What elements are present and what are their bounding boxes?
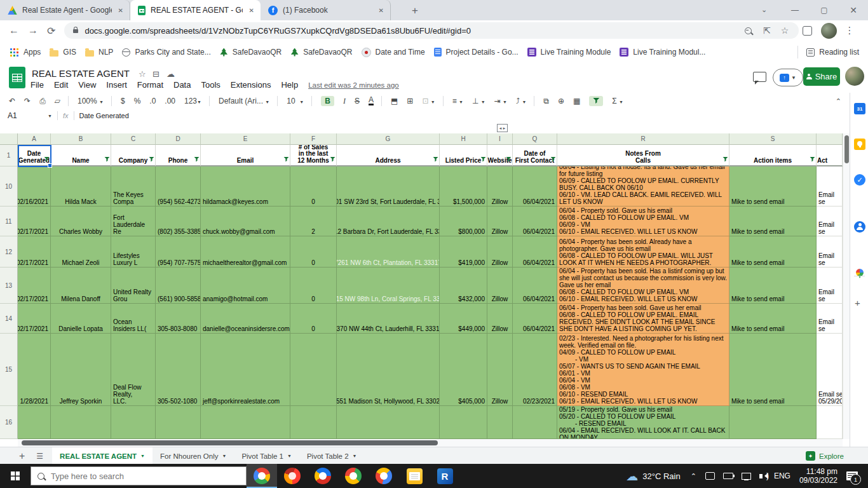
cell-notes[interactable]: 06/04 - Listing is not a house. Its a la… <box>557 166 729 207</box>
tab-close-icon[interactable]: ✕ <box>117 6 125 15</box>
menu-edit[interactable]: Edit <box>54 80 68 90</box>
cell-first_contact[interactable]: 02/23/2021 <box>513 334 557 406</box>
browser-tab[interactable]: REAL ESTATE AGENT - Google Sh✕ <box>130 0 261 20</box>
percent-format-icon[interactable]: % <box>134 97 141 105</box>
insert-comment-icon[interactable]: ⊕ <box>558 97 564 105</box>
cell-email[interactable]: chuck.wobby@gmail.com <box>201 207 290 236</box>
formula-input[interactable]: Date Generated <box>79 112 129 119</box>
close-icon[interactable]: ✕ <box>839 5 868 15</box>
last-edit-link[interactable]: Last edit was 2 minutes ago <box>308 81 399 89</box>
menu-format[interactable]: Format <box>137 80 163 90</box>
cell-website[interactable]: Zillow <box>487 268 513 304</box>
cell-website[interactable] <box>487 406 513 439</box>
field-header[interactable]: Notes From Calls <box>557 145 729 166</box>
account-avatar[interactable] <box>845 67 864 86</box>
start-button[interactable] <box>0 464 31 488</box>
tab-search-icon[interactable]: ⌄ <box>761 6 767 14</box>
volume-icon[interactable] <box>759 474 763 478</box>
contacts-icon[interactable] <box>854 221 865 233</box>
url-bar[interactable]: docs.google.com/spreadsheets/d/1VzNObzTu… <box>64 22 799 39</box>
language-indicator[interactable]: ENG <box>774 471 790 480</box>
hidden-icons-chevron[interactable]: ⌃ <box>691 472 696 480</box>
maximize-icon[interactable]: ▢ <box>810 6 839 15</box>
header-filter-icon[interactable] <box>550 157 556 164</box>
cell-company[interactable]: Fort Lauderdale Re <box>111 207 156 236</box>
menu-tools[interactable]: Tools <box>201 80 220 90</box>
cell-notes[interactable]: 06/04 - Property has been sold. Has a li… <box>557 268 729 304</box>
column-header-B[interactable]: B <box>51 133 111 145</box>
cell-extra[interactable]: Email se <box>817 166 843 207</box>
cell-company[interactable]: Lifestyles Luxury L <box>111 236 156 268</box>
cell-address[interactable]: 1701 SW 23rd St, Fort Lauderdale, FL 333 <box>337 166 440 207</box>
menu-view[interactable]: View <box>78 80 96 90</box>
header-filter-icon[interactable] <box>330 157 336 164</box>
field-header[interactable]: Company <box>111 145 156 166</box>
taskbar-search[interactable]: Type here to search <box>31 466 247 485</box>
cell-address[interactable]: 2315 NW 98th Ln, Coral Springs, FL 3306 <box>337 268 440 304</box>
bookmark-item[interactable]: Date and Time <box>362 48 425 57</box>
touch-keyboard-icon[interactable] <box>705 472 715 480</box>
cell-name[interactable]: Hilda Mack <box>51 166 111 207</box>
taskbar-app-chrome-5[interactable] <box>369 464 399 488</box>
cell-company[interactable]: Deal Flow Realty, LLC. <box>111 334 156 406</box>
grid-corner[interactable] <box>0 133 18 145</box>
tab-close-icon[interactable]: ✕ <box>377 6 385 15</box>
horizontal-scrollbar[interactable] <box>18 439 843 447</box>
field-header[interactable]: Listed Price <box>440 145 487 166</box>
taskbar-app-chrome-1[interactable] <box>247 464 277 488</box>
print-icon[interactable]: ⎙ <box>39 97 46 105</box>
cell-address[interactable]: 7261 NW 6th Ct, Plantation, FL 33317 <box>337 236 440 268</box>
column-header-clipped[interactable] <box>817 133 843 145</box>
cell-extra[interactable]: Email se 05/29/20 <box>817 334 843 406</box>
paint-format-icon[interactable]: ▱ <box>55 97 60 105</box>
move-folder-icon[interactable]: ⊟ <box>153 69 159 79</box>
taskbar-app-r[interactable]: R <box>430 464 460 488</box>
cell-first_contact[interactable]: 06/04/2021 <box>513 166 557 207</box>
bookmark-item[interactable]: Project Details - Go... <box>434 48 519 57</box>
network-icon[interactable] <box>742 473 751 480</box>
zoom-select[interactable]: 100% ▼ <box>78 97 104 105</box>
header-filter-icon[interactable] <box>506 157 512 164</box>
tasks-icon[interactable]: ✓ <box>854 174 865 186</box>
bookmark-item[interactable]: Live Training Module <box>527 48 611 57</box>
merge-cells-icon[interactable]: ⊡ ▼ <box>422 97 435 105</box>
row-number[interactable]: 14 <box>0 304 18 334</box>
cell-website[interactable]: Zillow <box>487 236 513 268</box>
sheet-tab[interactable]: REAL ESTATE AGENT▼ <box>52 447 153 464</box>
battery-icon[interactable] <box>723 473 733 479</box>
url-text[interactable]: docs.google.com/spreadsheets/d/1VzNObzTu… <box>85 26 745 36</box>
row-number[interactable]: 11 <box>0 207 18 236</box>
forward-icon[interactable]: → <box>28 25 38 36</box>
bookmark-item[interactable]: Apps <box>9 47 41 57</box>
row-number[interactable]: 15 <box>0 334 18 406</box>
functions-icon[interactable]: Σ ▼ <box>612 97 623 105</box>
add-sheet-icon[interactable]: + <box>19 451 25 462</box>
cell-email[interactable]: michaeltherealtor@gmail.com <box>201 236 290 268</box>
bookmark-item[interactable]: Parks City and State... <box>122 48 210 57</box>
spreadsheet-grid[interactable]: ◄► ABCDEFGHIQRS 1Date GeneratedNameCompa… <box>0 122 850 447</box>
explore-button[interactable]: ✦ Explore <box>806 451 844 461</box>
cell-first_contact[interactable]: 06/04/2021 <box>513 268 557 304</box>
menu-insert[interactable]: Insert <box>106 80 127 90</box>
column-header-C[interactable]: C <box>111 133 156 145</box>
row-number[interactable]: 16 <box>0 406 18 439</box>
extensions-icon[interactable] <box>803 26 812 36</box>
cell-date[interactable]: 02/17/2021 <box>18 268 51 304</box>
cell-company[interactable]: The Keyes Compa <box>111 166 156 207</box>
cell-first_contact[interactable]: 06/04/2021 <box>513 236 557 268</box>
hidden-columns-icon[interactable]: ◄► <box>497 124 508 132</box>
cell-name[interactable]: Michael Zeoli <box>51 236 111 268</box>
cell-website[interactable]: Zillow <box>487 166 513 207</box>
cell-extra[interactable]: Email se <box>817 304 843 334</box>
vertical-align-icon[interactable]: ⊥ ▼ <box>472 97 485 105</box>
taskbar-app-chrome-4[interactable] <box>338 464 369 488</box>
decrease-decimal-icon[interactable]: .0 <box>149 97 156 105</box>
header-filter-icon[interactable] <box>433 157 438 164</box>
column-header-I[interactable]: I <box>487 133 513 145</box>
cell-sales[interactable]: 0 <box>290 304 337 334</box>
text-wrap-icon[interactable]: ⇥ ▼ <box>494 97 507 105</box>
tab-close-icon[interactable]: ✕ <box>248 6 255 15</box>
column-header-F[interactable]: F <box>290 133 337 145</box>
cell-name[interactable]: Jeffrey Sporkin <box>51 334 111 406</box>
column-header-H[interactable]: H <box>440 133 487 145</box>
